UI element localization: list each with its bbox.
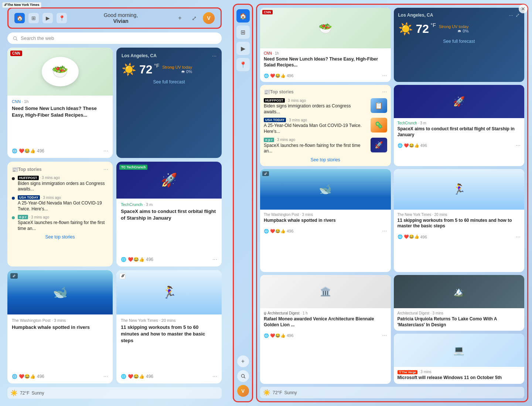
location-icon[interactable]: 📍 — [57, 13, 67, 23]
salad-image: 🥗 CNN — [7, 48, 113, 96]
right-see-top-stories-button[interactable]: See top stories — [264, 157, 387, 162]
right-bottom-row: 🐋 🗞 The Washington Post · 3 mins Humpbac… — [260, 169, 524, 272]
story-item-2[interactable]: USA TODAY · 3 mins ago A 25-Year-Old Nev… — [12, 195, 108, 212]
cnn-meta: CNN · 1h — [12, 99, 108, 104]
right-patricia-body: Architectural Digest · 3 mins Patricia U… — [394, 308, 525, 331]
sidebar-location-icon[interactable]: 📍 — [236, 58, 250, 71]
whale-image: 🐋 🗞 — [7, 270, 113, 314]
globe-icon-spacex: 🌐 — [121, 257, 126, 262]
sidebar-search-button[interactable] — [237, 370, 249, 382]
cnn-more-button[interactable]: ··· — [103, 148, 108, 154]
top-stories-more-button[interactable]: ··· — [103, 166, 108, 173]
close-panel-button[interactable]: ✕ — [519, 4, 528, 13]
svg-point-0 — [13, 37, 16, 39]
workout-footer: 🌐 ❤️😂👍 496 ··· — [116, 373, 222, 383]
right-whale-footer: 🌐❤️😂👍496 ··· — [260, 226, 391, 237]
right-workout-more[interactable]: ··· — [516, 234, 521, 240]
right-patricia-title: Patricia Urquiola Returns To Lake Como W… — [398, 316, 521, 328]
huffpost-dot — [12, 177, 15, 180]
right-see-forecast-button[interactable]: See full forecast — [398, 39, 520, 44]
right-arch-meta: ψ Architectural Digest · 1 h — [264, 311, 387, 315]
widgets-icon[interactable]: ⊞ — [28, 13, 39, 23]
workout-more-button[interactable]: ··· — [212, 373, 217, 380]
right-windows-meta: ▽ The Verge · 3 mins — [398, 370, 521, 374]
cnn-badge: CNN — [10, 51, 22, 56]
right-story-2[interactable]: USA TODAY · 3 mins ago A 25-Year-Old Nev… — [264, 118, 387, 134]
right-weather-expand[interactable]: ⤢ — [515, 12, 520, 18]
right-whale-more[interactable]: ··· — [382, 228, 387, 234]
sidebar-add-button[interactable]: + — [237, 355, 249, 367]
top-stories-header: 📰 Top stories ··· — [12, 166, 108, 173]
right-weather-more[interactable]: ··· — [509, 12, 513, 18]
story-item-1[interactable]: HUFFPOST · 3 mins ago Biden signs immigr… — [12, 176, 108, 192]
weather-rain: 🌧 0% — [162, 69, 192, 74]
top-stories-title: Top stories — [18, 167, 42, 172]
top-stories-icon: 📰 — [12, 166, 18, 172]
right-story-2-content: USA TODAY · 3 mins ago A 25-Year-Old Nev… — [264, 118, 368, 134]
right-arch-footer: 🌐❤️😂👍496 ··· — [260, 331, 391, 342]
search-placeholder: Search the web — [21, 35, 54, 41]
right-cnn-more[interactable]: ··· — [382, 72, 387, 79]
story-item-3[interactable]: n p r · 3 mins ago SpaceX launches re-fl… — [12, 215, 108, 231]
spacex-card-body: TechCrunch · 3 m SpaceX aims to conduct … — [116, 199, 222, 256]
see-full-forecast-button[interactable]: See full forecast — [122, 79, 216, 85]
media-icon[interactable]: ▶ — [42, 13, 53, 23]
workout-card[interactable]: 🏃‍♀️ 𝒯 The New York Times · 20 mins 11 s… — [116, 270, 222, 383]
right-windows-card[interactable]: 💻 ▽ The Verge · 3 mins Microsoft will re… — [394, 334, 525, 384]
weather-temperature: 72 — [139, 63, 153, 76]
right-temperature: 72 — [416, 22, 429, 35]
main-grid: 🥗 CNN CNN · 1h Need Some New Lunch Ideas… — [7, 48, 222, 383]
right-top-stories-more[interactable]: ··· — [382, 89, 387, 95]
whale-card-body: The Washington Post · 3 mins Humpback wh… — [7, 314, 113, 373]
right-sun-icon: ☀️ — [398, 22, 413, 36]
right-bottom-status: ☀️ 72°F Sunny — [260, 387, 524, 398]
whale-more-button[interactable]: ··· — [103, 373, 108, 380]
right-arch-body: ψ Architectural Digest · 1 h Rafael Mone… — [260, 308, 391, 331]
spacex-meta: TechCrunch · 3 m — [121, 202, 217, 207]
right-patricia-image: 🏔️ — [394, 275, 525, 308]
add-button[interactable]: + — [175, 13, 185, 23]
right-uv: Strong UV today — [439, 24, 469, 29]
right-whale-body: The Washington Post · 3 mins Humpback wh… — [260, 210, 391, 227]
techcrunch-badge: TC TechCrunch — [119, 165, 147, 170]
spacex-more-button[interactable]: ··· — [212, 256, 217, 263]
right-patricia-card[interactable]: 🏔️ Architectural Digest · 3 mins Patrici… — [394, 275, 525, 331]
right-weather-location: Los Angeles, CA — [398, 13, 433, 18]
whale-footer: 🌐 ❤️😂👍 496 ··· — [7, 373, 113, 383]
svg-line-1 — [16, 39, 17, 40]
sidebar-user-avatar[interactable]: V — [237, 385, 249, 397]
sidebar-widgets-icon[interactable]: ⊞ — [236, 25, 250, 39]
wapo-badge: 🗞 — [10, 273, 18, 279]
whale-card[interactable]: 🐋 🗞 The Washington Post · 3 mins Humpbac… — [7, 270, 113, 383]
right-whale-card[interactable]: 🐋 🗞 The Washington Post · 3 mins Humpbac… — [260, 169, 391, 272]
right-arch-card[interactable]: 🏛️ ψ Architectural Digest · 1 h Rafael M… — [260, 275, 391, 384]
right-story-1-source: HUFFPOST · 3 mins ago — [264, 98, 368, 103]
story-2-content: USA TODAY · 3 mins ago A 25-Year-Old Nev… — [18, 195, 108, 212]
expand-button[interactable]: ⤢ — [189, 13, 199, 23]
weather-details: Strong UV today 🌧 0% — [162, 65, 192, 74]
right-workout-card[interactable]: 🏃‍♀️ 𝒯 The New York Times The New York T… — [394, 169, 525, 272]
right-tc-more[interactable]: ··· — [516, 142, 521, 149]
right-arch-more[interactable]: ··· — [382, 332, 387, 339]
sidebar-media-icon[interactable]: ▶ — [236, 42, 250, 55]
story-2-source: USA TODAY · 3 mins ago — [18, 195, 108, 200]
right-story-3[interactable]: n p r · 3 mins ago SpaceX launches re-fl… — [264, 138, 387, 154]
right-windows-body: ▽ The Verge · 3 mins Microsoft will rele… — [394, 367, 525, 384]
bottom-temperature: 72°F — [20, 390, 29, 396]
right-cnn-image: 🥗 CNN — [260, 8, 391, 48]
see-top-stories-button[interactable]: See top stories — [12, 234, 108, 240]
whale-reactions: 🌐 ❤️😂👍 496 — [12, 374, 44, 379]
rocket-icon: 🚀 — [161, 172, 177, 188]
right-workout-reactions: 🌐❤️😂👍496 — [398, 234, 427, 239]
home-icon[interactable]: 🏠 — [14, 13, 25, 23]
cnn-salad-card[interactable]: 🥗 CNN CNN · 1h Need Some New Lunch Ideas… — [7, 48, 113, 158]
right-cnn-card[interactable]: 🥗 CNN CNN · 1h Need Some New Lunch Ideas… — [260, 8, 391, 82]
techcrunch-spacex-card[interactable]: 🚀 TC TechCrunch TechCrunch · 3 m SpaceX … — [116, 162, 222, 266]
search-bar[interactable]: Search the web — [7, 32, 222, 44]
user-avatar[interactable]: V — [203, 12, 215, 24]
right-story-1[interactable]: HUFFPOST · 3 mins ago Biden signs immigr… — [264, 98, 387, 115]
workout-card-body: The New York Times · 20 mins 11 skipping… — [116, 314, 222, 373]
right-techcrunch-card[interactable]: 🚀 TC TechCrunch TechCrunch · 3 m SpaceX … — [394, 85, 525, 166]
weather-more-button[interactable]: ··· — [212, 53, 216, 59]
sidebar-home-icon[interactable]: 🏠 — [236, 9, 250, 23]
